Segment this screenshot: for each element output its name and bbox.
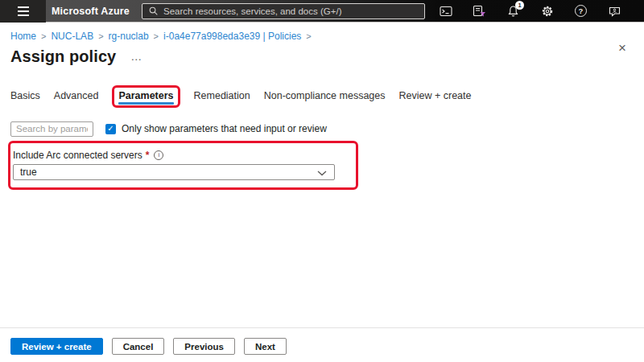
breadcrumb-rg-nuclab[interactable]: rg-nuclab [109,31,149,42]
tab-bar: Basics Advanced Parameters Remediation N… [10,90,644,107]
parameter-label-row: Include Arc connected servers * i [13,149,341,161]
directory-filter-button[interactable] [473,4,486,18]
parameter-filter-row: ✓ Only show parameters that need input o… [10,121,644,137]
cancel-button[interactable]: Cancel [112,338,165,355]
wizard-footer: Review + create Cancel Previous Next [0,327,644,362]
notifications-button[interactable]: 1 [506,4,520,18]
tab-basics[interactable]: Basics [10,90,40,107]
settings-button[interactable] [540,4,554,18]
breadcrumb-separator: > [98,31,103,41]
breadcrumb-separator: > [154,31,159,41]
annotated-parameter-section: Include Arc connected servers * i true [8,141,358,190]
arc-connected-servers-dropdown[interactable]: true [13,164,335,180]
active-tab-underline [118,102,173,105]
feedback-button[interactable] [608,4,621,18]
azure-brand-link[interactable]: Microsoft Azure [52,6,130,17]
chevron-down-icon [317,171,327,176]
tab-remediation[interactable]: Remediation [194,90,250,107]
breadcrumb: Home > NUC-LAB > rg-nuclab > i-0a4e77a99… [0,23,644,42]
previous-button[interactable]: Previous [173,338,235,355]
cloud-shell-icon [440,5,452,18]
only-show-parameters-checkbox[interactable]: ✓ [105,124,116,134]
next-button[interactable]: Next [244,338,287,355]
close-blade-button[interactable]: × [614,39,630,56]
checkmark-icon: ✓ [107,125,114,133]
tab-advanced[interactable]: Advanced [54,90,99,107]
global-search-box[interactable] [142,3,425,19]
gear-icon [541,5,554,18]
dropdown-selected-value: true [20,167,37,178]
help-icon: ? [575,5,587,17]
tab-review-create[interactable]: Review + create [399,90,472,107]
breadcrumb-nuc-lab[interactable]: NUC-LAB [51,31,93,42]
page-title: Assign policy [10,47,116,66]
hamburger-icon [18,6,29,16]
checkbox-label: Only show parameters that need input or … [122,123,327,134]
search-by-parameter-input[interactable] [10,121,93,137]
help-button[interactable]: ? [574,4,588,18]
breadcrumb-separator: > [41,31,46,41]
page-header: Assign policy … [10,47,644,66]
more-options-button[interactable]: … [130,52,142,60]
feedback-icon [608,5,621,18]
breadcrumb-separator: > [306,31,311,41]
tab-non-compliance-messages[interactable]: Non-compliance messages [264,90,386,107]
directory-filter-icon [473,5,486,18]
info-icon[interactable]: i [154,150,163,160]
review-create-button[interactable]: Review + create [10,338,103,355]
azure-portal-window: Microsoft Azure [0,0,644,362]
cloud-shell-button[interactable] [439,4,452,18]
hamburger-menu-button[interactable] [0,0,46,23]
parameter-label: Include Arc connected servers [13,150,142,161]
search-icon [148,6,159,16]
tab-parameters[interactable]: Parameters [118,90,173,107]
breadcrumb-vm-policies[interactable]: i-0a4e77a998eda3e39 | Policies [163,31,301,42]
top-bar: Microsoft Azure [0,0,644,23]
breadcrumb-home[interactable]: Home [10,31,36,42]
notification-badge: 1 [515,1,524,10]
topbar-icon-group: 1 ? [439,4,621,18]
global-search-input[interactable] [163,6,419,16]
required-marker: * [146,150,150,161]
